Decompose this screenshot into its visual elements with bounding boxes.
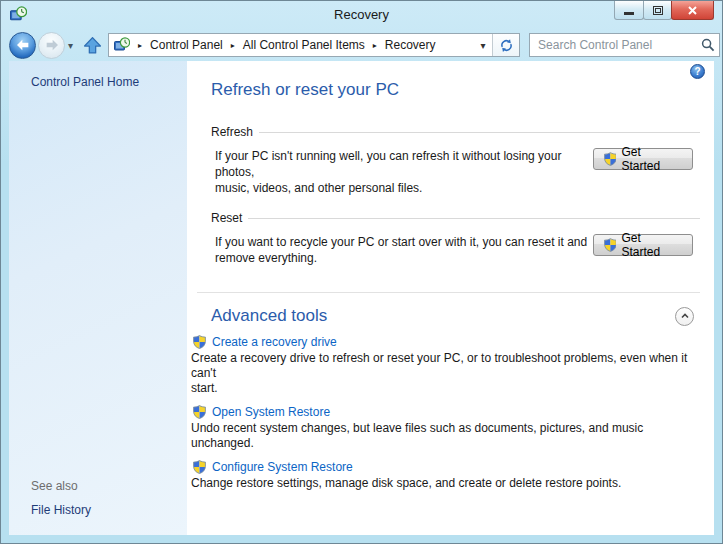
advanced-tools-title: Advanced tools xyxy=(211,306,327,326)
breadcrumb-control-panel[interactable]: Control Panel xyxy=(150,38,223,52)
breadcrumb-all-control-panel-items[interactable]: All Control Panel Items xyxy=(243,38,365,52)
chevron-up-icon xyxy=(679,310,691,322)
breadcrumb-separator-icon[interactable]: ▸ xyxy=(223,41,243,50)
uac-shield-icon xyxy=(604,238,617,252)
title-bar[interactable]: Recovery xyxy=(1,1,722,29)
sidebar-item-file-history[interactable]: File History xyxy=(31,503,91,517)
configure-system-restore-row: Configure System Restore xyxy=(193,460,700,474)
window-body: Control Panel Home See also File History… xyxy=(9,61,714,535)
create-recovery-drive-description: Create a recovery drive to refresh or re… xyxy=(191,351,700,396)
minimize-button[interactable] xyxy=(614,1,644,20)
recent-pages-dropdown[interactable]: ▾ xyxy=(65,32,77,59)
back-button[interactable] xyxy=(9,32,36,59)
sidebar-item-control-panel-home[interactable]: Control Panel Home xyxy=(31,75,139,89)
breadcrumb-recovery[interactable]: Recovery xyxy=(385,38,436,52)
refresh-button[interactable] xyxy=(492,34,519,56)
search-icon xyxy=(697,38,719,52)
advanced-item: Create a recovery drive Create a recover… xyxy=(191,335,700,396)
advanced-item: Configure System Restore Change restore … xyxy=(191,460,700,491)
refresh-section-header: Refresh xyxy=(191,125,700,139)
uac-shield-icon xyxy=(604,152,617,166)
forward-button-disabled[interactable] xyxy=(38,32,65,59)
page-title: Refresh or reset your PC xyxy=(211,80,700,100)
uac-shield-icon xyxy=(193,460,206,474)
reset-section-header: Reset xyxy=(191,211,700,225)
refresh-description: If your PC isn't running well, you can r… xyxy=(215,148,593,196)
reset-description: If you want to recycle your PC or start … xyxy=(215,234,593,266)
up-arrow-icon xyxy=(83,36,102,55)
up-button[interactable] xyxy=(83,33,102,57)
minimize-icon xyxy=(624,12,634,15)
collapse-button[interactable] xyxy=(675,307,694,326)
reset-get-started-button[interactable]: Get Started xyxy=(593,234,693,256)
sidebar: Control Panel Home See also File History xyxy=(9,61,187,535)
advanced-tools-header: Advanced tools xyxy=(211,306,700,326)
forward-arrow-icon xyxy=(44,37,60,53)
help-button[interactable]: ? xyxy=(690,64,705,79)
advanced-tools-separator xyxy=(197,292,700,293)
reset-section-label: Reset xyxy=(211,211,242,225)
close-button[interactable] xyxy=(671,1,714,20)
uac-shield-icon xyxy=(193,335,206,349)
back-arrow-icon xyxy=(15,37,31,53)
close-icon xyxy=(688,6,697,15)
address-history-dropdown[interactable]: ▾ xyxy=(474,40,492,51)
search-input[interactable] xyxy=(530,38,697,52)
maximize-icon xyxy=(653,6,663,15)
search-box[interactable] xyxy=(529,33,720,57)
main-pane: ? Refresh or reset your PC Refresh If yo… xyxy=(187,61,714,535)
refresh-icon xyxy=(499,38,514,53)
address-bar[interactable]: ▸ Control Panel ▸ All Control Panel Item… xyxy=(108,33,520,57)
breadcrumb-separator-icon[interactable]: ▸ xyxy=(130,41,150,50)
create-recovery-drive-row: Create a recovery drive xyxy=(193,335,700,349)
address-location-icon xyxy=(114,37,130,53)
uac-shield-icon xyxy=(193,405,206,419)
refresh-get-started-button[interactable]: Get Started xyxy=(593,148,693,170)
help-icon: ? xyxy=(694,66,700,77)
breadcrumb-separator-icon[interactable]: ▸ xyxy=(365,41,385,50)
open-system-restore-link[interactable]: Open System Restore xyxy=(212,405,330,419)
create-recovery-drive-link[interactable]: Create a recovery drive xyxy=(212,335,337,349)
reset-section: If you want to recycle your PC or start … xyxy=(191,234,700,266)
maximize-button[interactable] xyxy=(643,1,672,20)
open-system-restore-description: Undo recent system changes, but leave fi… xyxy=(191,421,700,451)
navigation-bar: ▾ ▸ Control Panel ▸ All Control Panel It… xyxy=(1,29,722,61)
reset-get-started-label: Get Started xyxy=(621,231,682,259)
refresh-get-started-label: Get Started xyxy=(621,145,682,173)
window-controls xyxy=(615,1,714,20)
refresh-section-rule xyxy=(259,132,700,133)
reset-section-rule xyxy=(248,218,700,219)
see-also-label: See also xyxy=(31,479,78,493)
configure-system-restore-link[interactable]: Configure System Restore xyxy=(212,460,353,474)
refresh-section-label: Refresh xyxy=(211,125,253,139)
advanced-item: Open System Restore Undo recent system c… xyxy=(191,405,700,451)
refresh-section: If your PC isn't running well, you can r… xyxy=(191,148,700,196)
recovery-window: Recovery ▾ xyxy=(0,0,723,544)
open-system-restore-row: Open System Restore xyxy=(193,405,700,419)
configure-system-restore-description: Change restore settings, manage disk spa… xyxy=(191,476,700,491)
